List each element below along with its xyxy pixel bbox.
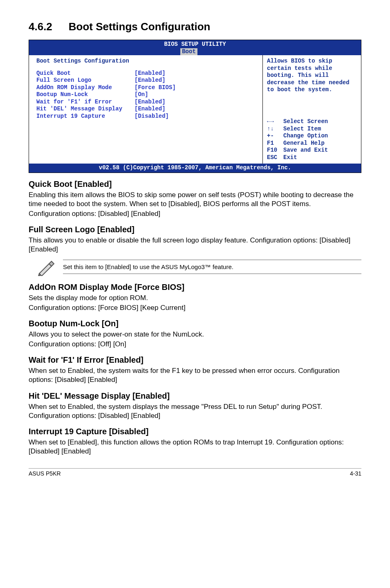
bios-nav-action: Change Option — [283, 132, 328, 140]
footer-page-number: 4-31 — [350, 470, 361, 477]
paragraph: Configuration options: [Disabled] [Enabl… — [29, 209, 361, 218]
bios-nav-row: ←→Select Screen — [267, 118, 357, 126]
bios-panel-title: Boot Settings Configuration — [36, 58, 258, 65]
heading-hit-del: Hit 'DEL' Message Display [Enabled] — [29, 391, 361, 401]
arrows-lr-icon: ←→ — [267, 118, 283, 126]
bios-option-row: Full Screen Logo [Enabled] — [36, 77, 258, 84]
page-footer: ASUS P5KR 4-31 — [29, 468, 361, 477]
bios-option-label: Quick Boot — [36, 70, 134, 77]
section-number: 4.6.2 — [29, 20, 52, 33]
bios-option-value: [Force BIOS] — [134, 84, 176, 92]
bios-option-label: Bootup Num-Lock — [36, 91, 134, 99]
bios-option-value: [Enabled] — [134, 105, 166, 113]
page-title: 4.6.2Boot Settings Configuration — [29, 20, 361, 33]
note-callout: Set this item to [Enabled] to use the AS… — [37, 258, 361, 276]
paragraph: When set to Enabled, the system waits fo… — [29, 366, 361, 384]
bios-option-value: [Enabled] — [134, 99, 166, 106]
bios-nav-key: F10 — [267, 147, 283, 154]
bios-tab-boot: Boot — [180, 48, 197, 56]
bios-option-label: Hit 'DEL' Message Display — [36, 105, 134, 113]
arrows-ud-icon: ↑↓ — [267, 126, 283, 133]
bios-option-value: [On] — [134, 91, 148, 99]
bios-screenshot: BIOS SETUP UTILITY Boot Boot Settings Co… — [29, 40, 361, 173]
bios-help-text: Allows BIOS to skip certain tests while … — [267, 58, 357, 115]
bios-option-row: AddOn ROM Display Mode [Force BIOS] — [36, 84, 258, 92]
bios-option-value: [Enabled] — [134, 77, 166, 84]
bios-option-label: Wait for 'F1' if Error — [36, 99, 134, 106]
bios-nav-action: Select Item — [283, 126, 321, 133]
paragraph: Sets the display mode for option ROM. — [29, 294, 361, 303]
paragraph: This allows you to enable or disable the… — [29, 236, 361, 254]
paragraph: Allows you to select the power-on state … — [29, 330, 361, 339]
heading-interrupt-19: Interrupt 19 Capture [Disabled] — [29, 427, 361, 436]
bios-nav-key: ESC — [267, 154, 283, 162]
paragraph: Configuration options: [Off] [On] — [29, 340, 361, 349]
bios-option-label: Interrupt 19 Capture — [36, 113, 134, 120]
bios-option-row: Interrupt 19 Capture [Disabled] — [36, 113, 258, 120]
bios-option-row: Wait for 'F1' if Error [Enabled] — [36, 99, 258, 106]
pencil-icon — [37, 258, 55, 276]
bios-nav-key: F1 — [267, 140, 283, 147]
paragraph: When set to [Enabled], this function all… — [29, 438, 361, 456]
paragraph: Enabling this item allows the BIOS to sk… — [29, 191, 361, 209]
bios-nav-action: Select Screen — [283, 118, 328, 126]
bios-option-row: Quick Boot [Enabled] — [36, 70, 258, 77]
bios-option-label: Full Screen Logo — [36, 77, 134, 84]
bios-header: BIOS SETUP UTILITY Boot — [29, 40, 361, 55]
heading-quick-boot: Quick Boot [Enabled] — [29, 180, 361, 189]
bios-option-row: Hit 'DEL' Message Display [Enabled] — [36, 105, 258, 113]
heading-addon-rom: AddOn ROM Display Mode [Force BIOS] — [29, 283, 361, 292]
bios-utility-title: BIOS SETUP UTILITY — [29, 41, 361, 48]
bios-options-panel: Boot Settings Configuration Quick Boot [… — [29, 55, 263, 164]
footer-product: ASUS P5KR — [29, 470, 61, 477]
bios-help-panel: Allows BIOS to skip certain tests while … — [263, 55, 361, 164]
section-heading: Boot Settings Configuration — [69, 20, 211, 33]
note-text: Set this item to [Enabled] to use the AS… — [63, 260, 361, 274]
bios-footer: v02.58 (C)Copyright 1985-2007, American … — [29, 164, 361, 173]
bios-nav-row: ↑↓Select Item — [267, 126, 357, 133]
paragraph: When set to Enabled, the system displays… — [29, 402, 361, 420]
bios-nav-row: ESCExit — [267, 154, 357, 162]
bios-option-row: Bootup Num-Lock [On] — [36, 91, 258, 99]
bios-nav-row: +-Change Option — [267, 132, 357, 140]
bios-nav-row: F1General Help — [267, 140, 357, 147]
bios-nav-key: +- — [267, 132, 283, 140]
bios-option-value: [Enabled] — [134, 70, 166, 77]
bios-nav-action: Save and Exit — [283, 147, 328, 154]
bios-nav-action: General Help — [283, 140, 325, 147]
bios-option-value: [Disabled] — [134, 113, 169, 120]
bios-option-label: AddOn ROM Display Mode — [36, 84, 134, 92]
heading-wait-f1: Wait for 'F1' If Error [Enabled] — [29, 355, 361, 365]
paragraph: Configuration options: [Force BIOS] [Kee… — [29, 303, 361, 312]
bios-nav-row: F10Save and Exit — [267, 147, 357, 154]
heading-bootup-numlock: Bootup Num-Lock [On] — [29, 319, 361, 328]
heading-full-screen-logo: Full Screen Logo [Enabled] — [29, 225, 361, 234]
bios-nav-help: ←→Select Screen ↑↓Select Item +-Change O… — [267, 118, 357, 161]
bios-nav-action: Exit — [283, 154, 297, 162]
